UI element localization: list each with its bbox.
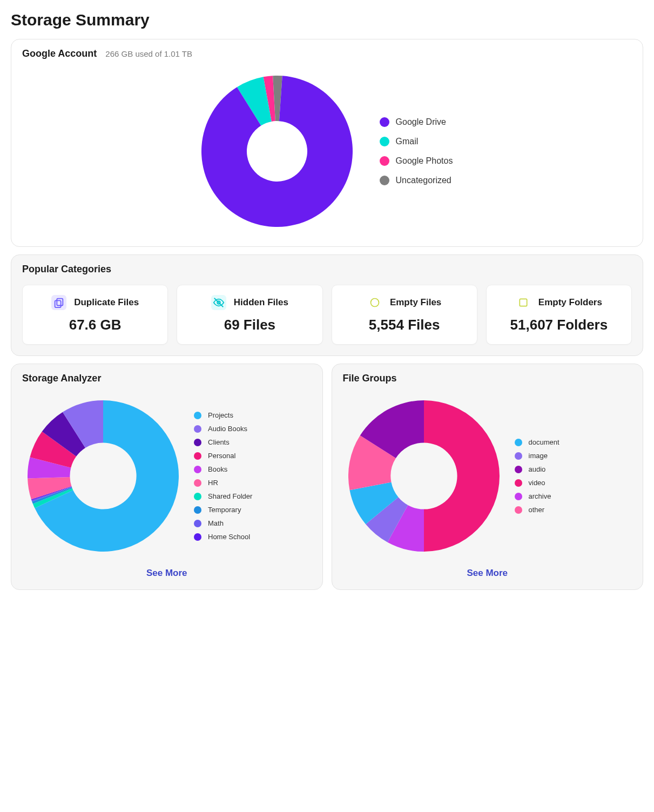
legend-item: image [515, 452, 559, 460]
page-title: Storage Summary [11, 11, 643, 29]
legend-label: Gmail [396, 137, 419, 146]
legend-item: Temporary [194, 506, 252, 514]
empty-folder-icon [516, 295, 531, 310]
account-usage: 266 GB used of 1.01 TB [105, 49, 192, 58]
svg-rect-5 [520, 299, 527, 306]
legend-swatch [515, 493, 522, 500]
legend-item: Books [194, 465, 252, 473]
legend-swatch [194, 533, 201, 541]
legend-item: Home School [194, 533, 252, 541]
legend-label: Personal [208, 452, 235, 460]
legend-label: Shared Folder [208, 492, 252, 500]
legend-label: video [529, 479, 545, 487]
legend-item: audio [515, 465, 559, 473]
legend-label: audio [529, 465, 546, 473]
account-legend: Google DriveGmailGoogle PhotosUncategori… [380, 117, 453, 185]
analyzer-title: Storage Analyzer [22, 373, 312, 384]
category-card[interactable]: Empty Folders51,607 Folders [486, 285, 632, 345]
legend-label: image [529, 452, 548, 460]
legend-item: document [515, 438, 559, 446]
chart-segment [424, 400, 500, 552]
legend-swatch [194, 520, 201, 527]
legend-label: Audio Books [208, 425, 247, 433]
legend-label: Google Drive [396, 117, 446, 127]
legend-label: other [529, 506, 545, 514]
legend-swatch [380, 117, 389, 127]
legend-item: Personal [194, 452, 252, 460]
storage-analyzer-card: Storage Analyzer ProjectsAudio BooksClie… [11, 364, 323, 590]
account-card: Google Account 266 GB used of 1.01 TB Go… [11, 39, 643, 247]
groups-see-more-button[interactable]: See More [343, 562, 632, 581]
category-card[interactable]: Empty Files5,554 Files [332, 285, 477, 345]
legend-item: Math [194, 519, 252, 527]
legend-swatch [194, 439, 201, 446]
category-card[interactable]: Duplicate Files67.6 GB [22, 285, 168, 345]
analyzer-donut-chart [28, 400, 179, 552]
legend-item: video [515, 479, 559, 487]
legend-label: Google Photos [396, 156, 453, 166]
category-value: 69 Files [185, 317, 314, 333]
category-value: 51,607 Folders [494, 317, 624, 333]
account-title: Google Account [22, 48, 97, 59]
legend-label: Uncategorized [396, 176, 451, 185]
legend-label: Clients [208, 438, 230, 446]
svg-point-4 [370, 299, 379, 307]
legend-label: Projects [208, 411, 233, 419]
legend-item: Audio Books [194, 425, 252, 433]
file-groups-card: File Groups documentimageaudiovideoarchi… [332, 364, 644, 590]
popular-title: Popular Categories [22, 264, 632, 275]
svg-rect-0 [57, 299, 63, 306]
category-name: Empty Files [390, 297, 441, 308]
groups-title: File Groups [343, 373, 632, 384]
legend-item: HR [194, 479, 252, 487]
popular-cards-row: Duplicate Files67.6 GBHidden Files69 Fil… [22, 285, 632, 345]
legend-label: Home School [208, 533, 250, 541]
category-value: 67.6 GB [30, 317, 160, 333]
legend-item: other [515, 506, 559, 514]
legend-label: Math [208, 519, 224, 527]
legend-swatch [194, 493, 201, 500]
popular-categories-card: Popular Categories Duplicate Files67.6 G… [11, 254, 643, 356]
groups-donut-chart [348, 400, 500, 552]
legend-label: Temporary [208, 506, 241, 514]
legend-label: HR [208, 479, 218, 487]
legend-swatch [194, 479, 201, 487]
legend-item: Gmail [380, 137, 453, 146]
analyzer-legend: ProjectsAudio BooksClientsPersonalBooksH… [194, 411, 252, 541]
legend-label: Books [208, 465, 227, 473]
legend-swatch [194, 412, 201, 419]
account-donut-chart [201, 76, 353, 227]
legend-swatch [380, 156, 389, 166]
legend-swatch [515, 479, 522, 487]
groups-legend: documentimageaudiovideoarchiveother [515, 438, 559, 514]
legend-item: Shared Folder [194, 492, 252, 500]
legend-item: Google Photos [380, 156, 453, 166]
legend-swatch [194, 466, 201, 473]
legend-swatch [194, 425, 201, 433]
legend-swatch [515, 439, 522, 446]
legend-item: archive [515, 492, 559, 500]
duplicate-icon [51, 295, 66, 310]
legend-swatch [194, 506, 201, 514]
legend-swatch [515, 466, 522, 473]
legend-item: Projects [194, 411, 252, 419]
category-card[interactable]: Hidden Files69 Files [177, 285, 322, 345]
hidden-icon [211, 295, 226, 310]
legend-swatch [515, 506, 522, 514]
legend-item: Clients [194, 438, 252, 446]
legend-label: document [529, 438, 559, 446]
category-value: 5,554 Files [340, 317, 469, 333]
legend-item: Uncategorized [380, 176, 453, 185]
legend-item: Google Drive [380, 117, 453, 127]
legend-swatch [194, 452, 201, 460]
legend-swatch [380, 137, 389, 146]
empty-file-icon [367, 295, 382, 310]
svg-rect-1 [55, 300, 61, 307]
category-name: Hidden Files [234, 297, 288, 308]
legend-swatch [515, 452, 522, 460]
analyzer-see-more-button[interactable]: See More [22, 562, 312, 581]
category-name: Empty Folders [538, 297, 602, 308]
legend-label: archive [529, 492, 551, 500]
category-name: Duplicate Files [74, 297, 139, 308]
legend-swatch [380, 176, 389, 185]
